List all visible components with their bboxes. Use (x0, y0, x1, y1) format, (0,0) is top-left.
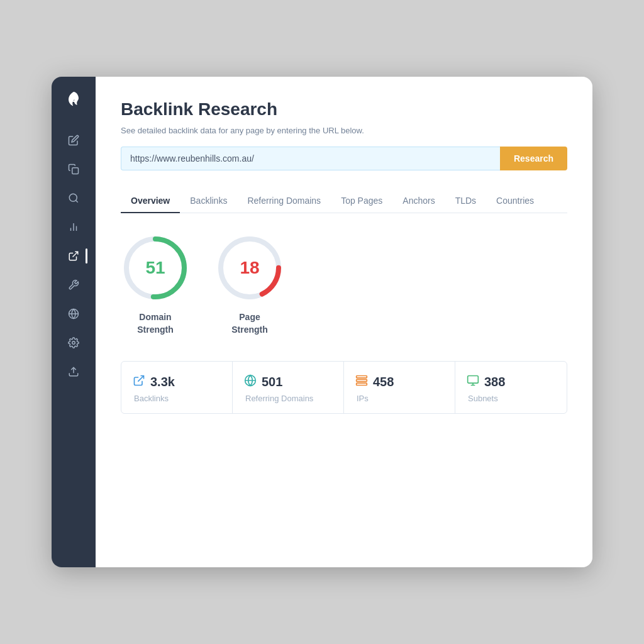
tab-countries[interactable]: Countries (486, 189, 544, 213)
page-strength-title: PageStrength (231, 311, 268, 336)
page-strength-gauge: 18 PageStrength (215, 233, 284, 336)
research-button[interactable]: Research (500, 147, 567, 170)
sidebar-copy-icon[interactable] (61, 157, 86, 182)
logo-icon (64, 89, 84, 114)
tab-tlds[interactable]: TLDs (445, 189, 486, 213)
referring-domains-icon (244, 374, 257, 390)
app-container: Backlink Research See detailed backlink … (52, 77, 592, 567)
stat-referring-domains: 501 Referring Domains (233, 362, 344, 413)
stat-subnets-top: 388 (467, 374, 555, 390)
sidebar-edit-icon[interactable] (61, 128, 86, 153)
stat-subnets: 388 Subnets (455, 362, 567, 413)
sidebar-chart-icon[interactable] (61, 214, 86, 240)
sidebar-upload-icon[interactable] (61, 359, 86, 384)
tab-top-pages[interactable]: Top Pages (331, 189, 392, 213)
referring-domains-value: 501 (262, 375, 282, 389)
svg-rect-18 (357, 376, 367, 378)
stat-backlinks: 3.3k Backlinks (121, 362, 233, 413)
domain-strength-gauge: 51 DomainStrength (121, 233, 190, 336)
backlinks-label: Backlinks (133, 394, 221, 403)
tab-backlinks[interactable]: Backlinks (180, 189, 237, 213)
subnets-icon (467, 374, 479, 390)
tab-referring-domains[interactable]: Referring Domains (237, 189, 331, 213)
page-strength-value: 18 (240, 258, 259, 278)
ips-icon (355, 374, 368, 390)
sidebar-link-icon[interactable] (61, 243, 86, 269)
search-bar: Research (121, 147, 567, 170)
ips-value: 458 (373, 375, 394, 389)
domain-strength-circle: 51 (121, 233, 190, 303)
tab-overview[interactable]: Overview (121, 189, 180, 213)
sidebar-globe-icon[interactable] (61, 301, 86, 326)
svg-line-6 (73, 252, 78, 257)
url-input[interactable] (121, 147, 500, 170)
subnets-label: Subnets (467, 394, 555, 403)
sidebar-search-icon[interactable] (61, 186, 86, 211)
domain-strength-title: DomainStrength (137, 311, 174, 336)
stats-section: 3.3k Backlinks 501 Referring Dom (121, 361, 567, 414)
svg-point-9 (72, 341, 75, 345)
gauges-section: 51 DomainStrength 18 PageStrength (121, 233, 567, 336)
tab-bar: Overview Backlinks Referring Domains Top… (121, 189, 567, 213)
backlinks-icon (133, 374, 145, 390)
domain-strength-value: 51 (145, 258, 165, 278)
page-strength-circle: 18 (215, 233, 284, 303)
sidebar-tool-icon[interactable] (61, 272, 86, 297)
svg-point-2 (69, 194, 77, 201)
svg-rect-19 (357, 380, 367, 382)
svg-rect-21 (468, 376, 479, 384)
stat-ips: 458 IPs (344, 362, 455, 413)
subnets-value: 388 (484, 375, 505, 389)
backlinks-value: 3.3k (150, 375, 175, 389)
svg-line-15 (138, 376, 143, 382)
sidebar (52, 77, 96, 567)
svg-rect-20 (357, 383, 367, 385)
stat-backlinks-top: 3.3k (133, 374, 221, 390)
tab-anchors[interactable]: Anchors (392, 189, 445, 213)
stat-referring-top: 501 (244, 374, 332, 390)
sidebar-settings-icon[interactable] (61, 330, 86, 355)
stat-ips-top: 458 (355, 374, 443, 390)
page-description: See detailed backlink data for any page … (121, 126, 567, 135)
svg-rect-1 (72, 168, 79, 174)
ips-label: IPs (355, 394, 443, 403)
page-title: Backlink Research (121, 99, 567, 119)
referring-domains-label: Referring Domains (244, 394, 332, 403)
main-content: Backlink Research See detailed backlink … (96, 77, 592, 567)
